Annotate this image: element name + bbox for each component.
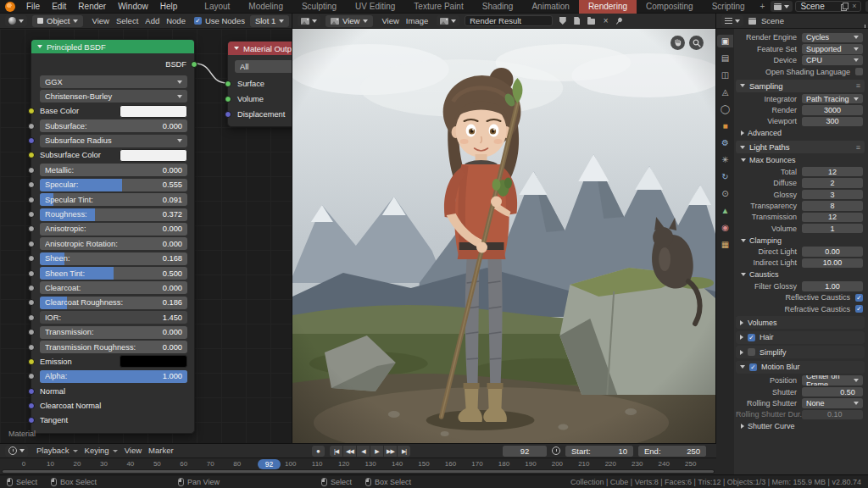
properties-tab[interactable]: ⊙ xyxy=(717,187,733,200)
input-socket[interactable] xyxy=(28,211,35,218)
workspace-tab[interactable]: Shading xyxy=(473,0,523,14)
use-nodes-checkbox[interactable]: Use Nodes xyxy=(194,16,245,25)
osl-checkbox[interactable] xyxy=(855,68,863,75)
value-field[interactable]: 3 xyxy=(802,190,863,200)
editor-type-button[interactable] xyxy=(5,15,27,26)
node-input-row[interactable]: Sheen Tint: 0.500 xyxy=(40,267,187,280)
record-button[interactable]: ● xyxy=(312,446,325,457)
render-result-canvas[interactable] xyxy=(292,29,715,443)
menubar-item[interactable]: Playback xyxy=(33,444,81,458)
menubar-item[interactable]: File xyxy=(20,0,46,14)
max-bounces-subpanel[interactable]: Max Bounces xyxy=(741,155,865,165)
render-engine-dropdown[interactable]: Cycles xyxy=(802,33,863,43)
workspace-tab[interactable]: Texture Paint xyxy=(404,0,472,14)
editor-type-button[interactable] xyxy=(721,15,743,26)
input-socket[interactable] xyxy=(225,80,231,87)
properties-tab[interactable]: ◯ xyxy=(717,103,733,115)
fake-user-icon[interactable] xyxy=(559,17,566,25)
refractive-caustics-checkbox[interactable] xyxy=(855,305,863,313)
transport-button[interactable]: ▶| xyxy=(398,446,410,457)
menubar-item[interactable]: Add xyxy=(142,14,163,28)
properties-tab[interactable]: ▤ xyxy=(717,52,733,64)
menubar-item[interactable]: View xyxy=(88,14,112,28)
caustics-subpanel[interactable]: Caustics xyxy=(741,269,865,280)
value-field[interactable]: 2 xyxy=(802,178,863,188)
input-socket[interactable] xyxy=(28,329,35,336)
workspace-tab[interactable]: Layout xyxy=(195,0,239,14)
node-input-row[interactable]: Clearcoat Roughness: 0.186 xyxy=(40,297,187,309)
blender-logo-icon[interactable] xyxy=(5,2,15,12)
start-frame-field[interactable]: Start:10 xyxy=(565,446,633,457)
node-input-row[interactable]: Transmission Roughness: 0.000 xyxy=(40,341,187,353)
input-socket[interactable] xyxy=(28,402,35,409)
node-canvas[interactable]: Principled BSDF BSDF GGX Christensen-Bur… xyxy=(0,29,292,443)
node-input-row[interactable]: Base Color xyxy=(40,105,187,118)
open-image-icon[interactable] xyxy=(587,19,595,25)
menubar-item[interactable]: Window xyxy=(112,0,154,14)
input-socket[interactable] xyxy=(28,123,35,130)
input-socket[interactable] xyxy=(225,111,231,118)
pan-view-button[interactable] xyxy=(670,36,685,50)
menubar-item[interactable]: Select xyxy=(113,14,142,28)
input-socket[interactable] xyxy=(28,197,35,203)
node-header[interactable]: Material Output xyxy=(228,42,292,55)
editor-type-button[interactable] xyxy=(5,446,28,457)
light-paths-panel-header[interactable]: Light Paths≡ xyxy=(736,141,865,153)
properties-tab[interactable]: ✳ xyxy=(717,153,733,166)
input-socket[interactable] xyxy=(28,181,35,188)
node-input-row[interactable]: Clearcoat Normal xyxy=(40,400,187,413)
node-input-row[interactable]: Surface xyxy=(228,76,292,92)
scene-browse-button[interactable] xyxy=(771,1,793,12)
transport-button[interactable]: ▶▶ xyxy=(384,446,397,457)
properties-tab[interactable]: ▦ xyxy=(717,238,733,251)
end-frame-field[interactable]: End:250 xyxy=(638,446,706,457)
node-input-row[interactable]: Anisotropic Rotation: 0.000 xyxy=(40,237,187,250)
panel-section-header[interactable]: Hair xyxy=(736,331,865,344)
value-field[interactable]: 12 xyxy=(802,167,863,177)
menubar-item[interactable]: View xyxy=(378,14,402,28)
panel-section-header[interactable]: Simplify xyxy=(736,346,865,358)
node-input-row[interactable]: IOR: 1.450 xyxy=(40,311,187,324)
properties-tab[interactable]: ⚙ xyxy=(717,136,733,149)
input-socket[interactable] xyxy=(225,96,231,103)
node-input-row[interactable]: Specular: 0.555 xyxy=(40,179,187,191)
node-input-row[interactable]: Clearcoat: 0.000 xyxy=(40,281,187,294)
rolling-shutter-dropdown[interactable]: None xyxy=(802,398,863,408)
add-workspace-button[interactable]: + xyxy=(754,2,771,11)
input-socket[interactable] xyxy=(28,344,35,351)
workspace-tab[interactable]: Sculpting xyxy=(292,0,346,14)
playhead[interactable]: 92 xyxy=(258,459,281,469)
node-input-row[interactable]: Alpha: 1.000 xyxy=(40,370,187,383)
new-image-icon[interactable] xyxy=(574,17,580,25)
viewport-samples-field[interactable]: 300 xyxy=(802,117,863,127)
current-frame-field[interactable]: 92 xyxy=(503,446,547,457)
input-socket[interactable] xyxy=(28,225,35,232)
input-socket[interactable] xyxy=(28,152,35,158)
menubar-item[interactable]: Help xyxy=(154,0,184,14)
workspace-tab[interactable]: Scripting xyxy=(703,0,754,14)
node-input-row[interactable]: Anisotropic: 0.000 xyxy=(40,223,187,236)
input-socket[interactable] xyxy=(28,314,35,321)
properties-tab[interactable]: ▣ xyxy=(717,35,733,47)
input-socket[interactable] xyxy=(28,270,35,277)
node-input-row[interactable]: Specular Tint: 0.091 xyxy=(40,193,187,206)
transport-button[interactable]: |◀ xyxy=(330,446,342,457)
menubar-item[interactable]: Node xyxy=(163,14,189,28)
menubar-item[interactable]: View xyxy=(121,444,145,458)
node-header[interactable]: Principled BSDF xyxy=(31,40,194,53)
feature-set-dropdown[interactable]: Supported xyxy=(802,44,863,54)
menubar-item[interactable]: Edit xyxy=(46,0,72,14)
reflective-caustics-checkbox[interactable] xyxy=(855,294,863,302)
slot-dropdown[interactable]: Slot 1 xyxy=(250,15,289,27)
node-input-row[interactable]: GGX xyxy=(40,75,187,88)
input-socket[interactable] xyxy=(28,255,35,262)
render-samples-field[interactable]: 3000 xyxy=(802,105,863,115)
collapse-icon[interactable] xyxy=(37,45,42,48)
panel-section-header[interactable]: Motion Blur xyxy=(736,361,865,374)
mb-position-dropdown[interactable]: Center on Frame xyxy=(802,375,863,385)
input-socket[interactable] xyxy=(28,167,35,174)
direct-light-field[interactable]: 0.00 xyxy=(802,247,863,257)
menubar-item[interactable]: Keying xyxy=(81,444,121,458)
properties-tab[interactable]: ▲ xyxy=(717,204,733,217)
workspace-tab[interactable]: Rendering xyxy=(579,0,637,14)
